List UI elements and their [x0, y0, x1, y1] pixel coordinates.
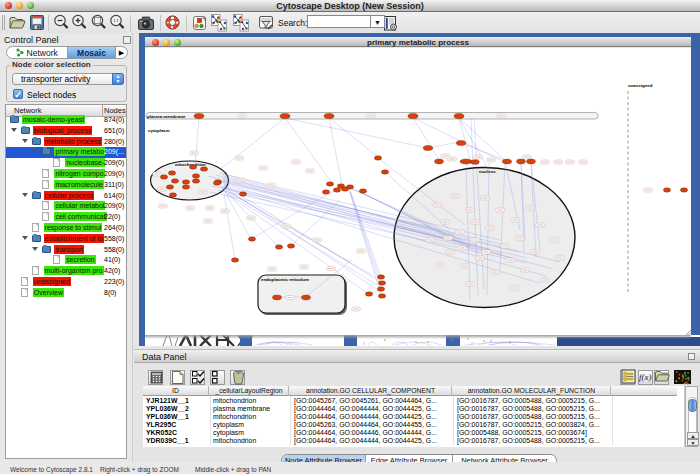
svg-text:endoplasmic reticulum: endoplasmic reticulum: [261, 277, 309, 282]
svg-text:f(x): f(x): [639, 372, 652, 382]
svg-text:1:1: 1:1: [114, 19, 119, 23]
svg-text:nucleus: nucleus: [479, 169, 496, 174]
svg-text:plasma membrane: plasma membrane: [147, 114, 186, 119]
svg-text:cytoplasm: cytoplasm: [148, 128, 170, 133]
svg-text:unassigned: unassigned: [628, 83, 653, 88]
